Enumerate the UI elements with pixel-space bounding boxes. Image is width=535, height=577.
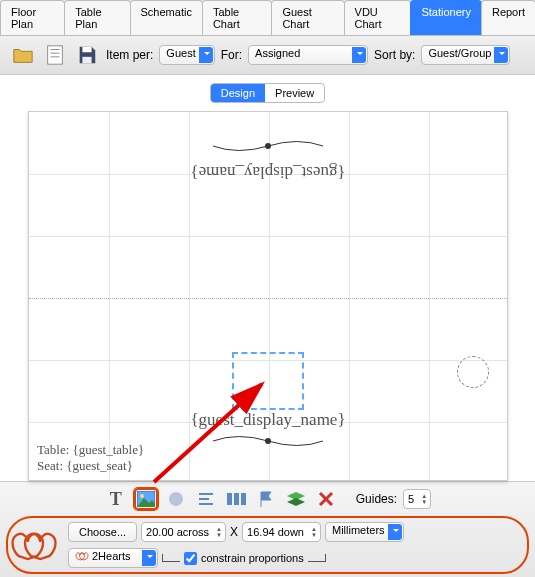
circle-selection[interactable] <box>457 356 489 388</box>
open-folder-icon[interactable] <box>10 42 36 68</box>
svg-rect-17 <box>241 493 246 505</box>
tab-schematic[interactable]: Schematic <box>130 0 203 35</box>
clipart-select[interactable]: 2Hearts <box>68 548 158 568</box>
svg-rect-4 <box>82 47 91 53</box>
sort-label: Sort by: <box>374 48 415 62</box>
view-tabs: Floor Plan Table Plan Schematic Table Ch… <box>0 0 535 36</box>
svg-rect-5 <box>82 57 91 63</box>
stationery-toolbar: Item per: Guest For: Assigned Sort by: G… <box>0 36 535 75</box>
svg-rect-15 <box>227 493 232 505</box>
svg-point-11 <box>169 492 183 506</box>
seg-preview[interactable]: Preview <box>265 84 324 102</box>
constrain-check[interactable] <box>184 552 197 565</box>
svg-line-8 <box>154 384 262 482</box>
text-tool[interactable]: T <box>104 488 128 510</box>
seat-placeholder[interactable]: Seat: {guest_seat} <box>37 458 133 474</box>
tab-stationery[interactable]: Stationery <box>410 0 482 35</box>
delete-tool[interactable] <box>314 488 338 510</box>
choose-image-button[interactable]: Choose... <box>68 522 137 542</box>
item-per-select[interactable]: Guest <box>159 45 214 65</box>
svg-rect-0 <box>48 46 63 64</box>
annotation-arrow <box>144 362 294 492</box>
table-placeholder[interactable]: Table: {guest_table} <box>37 442 144 458</box>
flourish-top <box>208 134 328 155</box>
tab-report[interactable]: Report <box>481 0 535 35</box>
unit-select[interactable]: Millimeters <box>325 522 404 542</box>
for-label: For: <box>221 48 242 62</box>
image-thumb <box>8 523 60 567</box>
canvas-area: {guest_display_name} {guest_display_name… <box>0 111 535 481</box>
tab-guest-chart[interactable]: Guest Chart <box>271 0 344 35</box>
sort-select[interactable]: Guest/Group <box>421 45 510 65</box>
x-label: X <box>230 525 238 539</box>
tab-floor-plan[interactable]: Floor Plan <box>0 0 65 35</box>
item-per-label: Item per: <box>106 48 153 62</box>
seg-design[interactable]: Design <box>211 84 265 102</box>
guides-spin[interactable]: 5▲▼ <box>403 489 431 509</box>
constrain-label: constrain proportions <box>201 552 304 564</box>
guides-label: Guides: <box>356 492 397 506</box>
placeholder-top[interactable]: {guest_display_name} <box>190 162 345 182</box>
svg-point-10 <box>140 494 144 498</box>
tab-vdu-chart[interactable]: VDU Chart <box>344 0 412 35</box>
document-list-icon[interactable] <box>42 42 68 68</box>
constrain-proportions[interactable]: constrain proportions <box>162 552 326 565</box>
height-spin[interactable]: 16.94 down▲▼ <box>242 522 321 542</box>
tab-table-chart[interactable]: Table Chart <box>202 0 273 35</box>
hearts-icon <box>75 551 89 561</box>
tab-table-plan[interactable]: Table Plan <box>64 0 130 35</box>
svg-point-6 <box>265 143 271 149</box>
editor-toolbar: T Guides: 5▲▼ Choose... 20.00 across▲▼ X… <box>0 481 535 577</box>
width-spin[interactable]: 20.00 across▲▼ <box>141 522 226 542</box>
save-icon[interactable] <box>74 42 100 68</box>
fold-line <box>29 298 507 299</box>
stationery-canvas[interactable]: {guest_display_name} {guest_display_name… <box>28 111 508 481</box>
for-select[interactable]: Assigned <box>248 45 368 65</box>
view-mode-segment[interactable]: Design Preview <box>210 83 325 103</box>
svg-rect-16 <box>234 493 239 505</box>
